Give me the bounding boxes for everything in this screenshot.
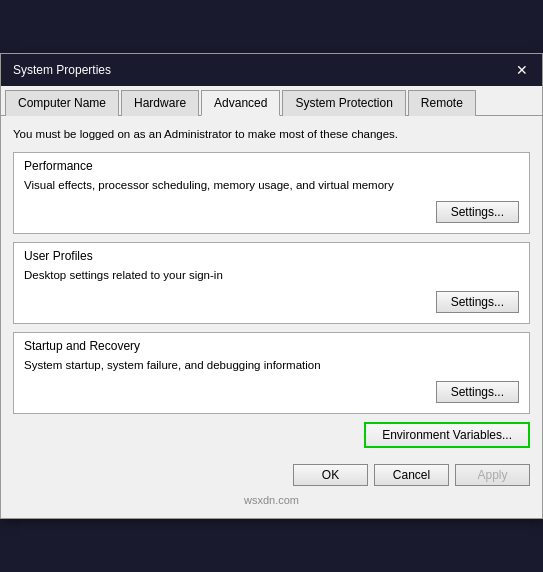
- apply-button[interactable]: Apply: [455, 464, 530, 486]
- tab-computer-name[interactable]: Computer Name: [5, 90, 119, 116]
- watermark: wsxdn.com: [13, 490, 530, 508]
- tab-advanced[interactable]: Advanced: [201, 90, 280, 116]
- user-profiles-section: User Profiles Desktop settings related t…: [13, 242, 530, 324]
- tab-content: You must be logged on as an Administrato…: [1, 116, 542, 518]
- ok-button[interactable]: OK: [293, 464, 368, 486]
- startup-recovery-section: Startup and Recovery System startup, sys…: [13, 332, 530, 414]
- performance-desc: Visual effects, processor scheduling, me…: [24, 177, 519, 193]
- user-profiles-title: User Profiles: [24, 249, 519, 263]
- env-vars-container: Environment Variables...: [13, 422, 530, 448]
- startup-recovery-title: Startup and Recovery: [24, 339, 519, 353]
- admin-info-message: You must be logged on as an Administrato…: [13, 126, 530, 142]
- performance-title: Performance: [24, 159, 519, 173]
- startup-recovery-settings-button[interactable]: Settings...: [436, 381, 519, 403]
- tab-system-protection[interactable]: System Protection: [282, 90, 405, 116]
- system-properties-window: System Properties ✕ Computer Name Hardwa…: [0, 53, 543, 519]
- title-bar: System Properties ✕: [1, 54, 542, 86]
- tab-hardware[interactable]: Hardware: [121, 90, 199, 116]
- performance-buttons: Settings...: [24, 201, 519, 223]
- cancel-button[interactable]: Cancel: [374, 464, 449, 486]
- startup-recovery-buttons: Settings...: [24, 381, 519, 403]
- tab-bar: Computer Name Hardware Advanced System P…: [1, 86, 542, 116]
- bottom-buttons: OK Cancel Apply: [13, 458, 530, 490]
- user-profiles-buttons: Settings...: [24, 291, 519, 313]
- window-title: System Properties: [13, 63, 111, 77]
- environment-variables-button[interactable]: Environment Variables...: [364, 422, 530, 448]
- performance-section: Performance Visual effects, processor sc…: [13, 152, 530, 234]
- user-profiles-desc: Desktop settings related to your sign-in: [24, 267, 519, 283]
- user-profiles-settings-button[interactable]: Settings...: [436, 291, 519, 313]
- close-button[interactable]: ✕: [514, 62, 530, 78]
- tab-remote[interactable]: Remote: [408, 90, 476, 116]
- startup-recovery-desc: System startup, system failure, and debu…: [24, 357, 519, 373]
- performance-settings-button[interactable]: Settings...: [436, 201, 519, 223]
